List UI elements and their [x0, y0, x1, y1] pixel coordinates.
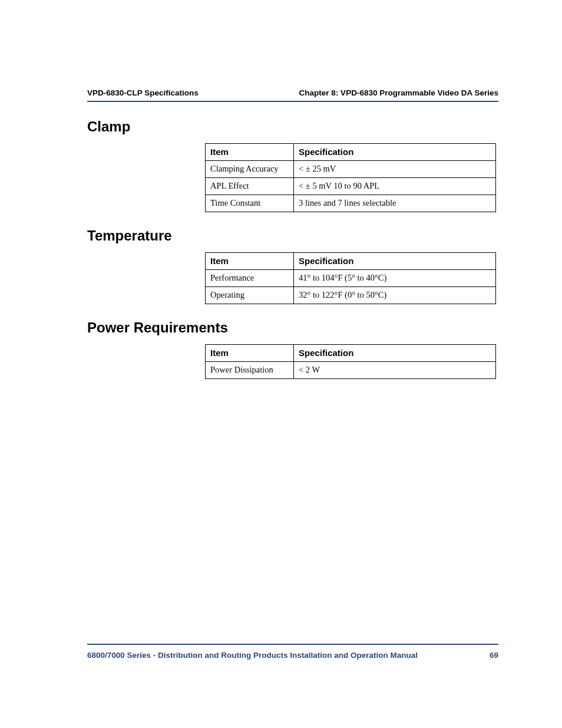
- spec-table-temperature: Item Specification Performance 41° to 10…: [205, 252, 496, 304]
- spec-table-clamp: Item Specification Clamping Accuracy < ±…: [205, 143, 496, 212]
- table-row: Operating 32° to 122°F (0° to 50°C): [206, 287, 496, 304]
- col-header-spec: Specification: [294, 253, 496, 270]
- cell-item: Clamping Accuracy: [206, 161, 294, 178]
- cell-item: Operating: [206, 287, 294, 304]
- section-temperature: Temperature Item Specification Performan…: [87, 228, 498, 304]
- col-header-spec: Specification: [294, 345, 496, 362]
- col-header-item: Item: [206, 253, 294, 270]
- running-footer: 6800/7000 Series - Distribution and Rout…: [87, 644, 498, 660]
- cell-item: Power Dissipation: [206, 362, 294, 379]
- table-row: Time Constant 3 lines and 7 lines select…: [206, 195, 496, 212]
- cell-spec: 41° to 104°F (5° to 40°C): [294, 270, 496, 287]
- section-power-requirements: Power Requirements Item Specification Po…: [87, 319, 498, 379]
- cell-spec: < 2 W: [294, 362, 496, 379]
- col-header-item: Item: [206, 345, 294, 362]
- section-title: Temperature: [87, 228, 498, 244]
- col-header-item: Item: [206, 144, 294, 161]
- spec-table-power: Item Specification Power Dissipation < 2…: [205, 344, 496, 379]
- table-header-row: Item Specification: [206, 144, 496, 161]
- cell-item: Time Constant: [206, 195, 294, 212]
- running-header: VPD-6830-CLP Specifications Chapter 8: V…: [87, 88, 498, 102]
- footer-page-number: 69: [490, 651, 498, 660]
- section-clamp: Clamp Item Specification Clamping Accura…: [87, 118, 498, 212]
- col-header-spec: Specification: [294, 144, 496, 161]
- table-row: Clamping Accuracy < ± 25 mV: [206, 161, 496, 178]
- cell-spec: < ± 25 mV: [294, 161, 496, 178]
- section-title: Clamp: [87, 118, 498, 135]
- cell-spec: < ± 5 mV 10 to 90 APL: [294, 178, 496, 195]
- cell-spec: 32° to 122°F (0° to 50°C): [294, 287, 496, 304]
- table-row: APL Effect < ± 5 mV 10 to 90 APL: [206, 178, 496, 195]
- section-title: Power Requirements: [87, 319, 498, 336]
- cell-spec: 3 lines and 7 lines selectable: [294, 195, 496, 212]
- table-row: Power Dissipation < 2 W: [206, 362, 496, 379]
- header-right: Chapter 8: VPD-6830 Programmable Video D…: [299, 88, 498, 97]
- table-header-row: Item Specification: [206, 253, 496, 270]
- cell-item: Performance: [206, 270, 294, 287]
- table-header-row: Item Specification: [206, 345, 496, 362]
- header-left: VPD-6830-CLP Specifications: [87, 88, 199, 97]
- cell-item: APL Effect: [206, 178, 294, 195]
- footer-title: 6800/7000 Series - Distribution and Rout…: [87, 651, 418, 660]
- table-row: Performance 41° to 104°F (5° to 40°C): [206, 270, 496, 287]
